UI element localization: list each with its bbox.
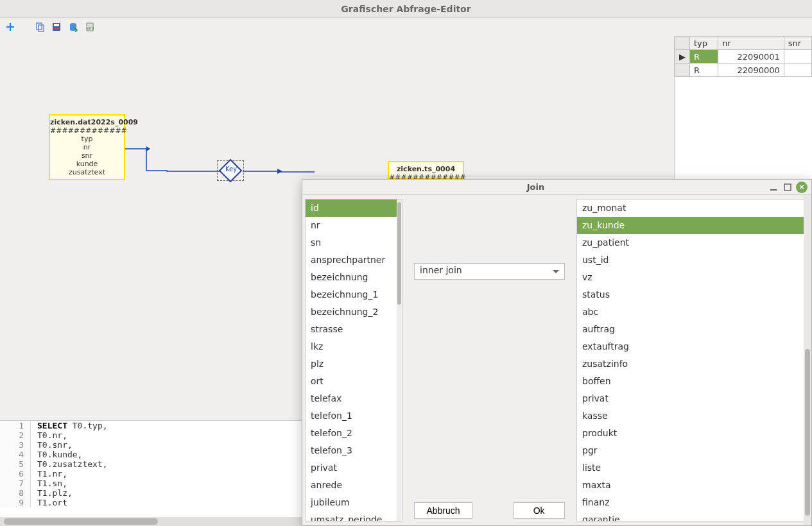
list-item[interactable]: boffen [577,373,807,390]
list-item[interactable]: sn [306,234,399,251]
scrollbar-thumb[interactable] [805,349,810,516]
export-xml-icon[interactable]: xml [83,21,96,33]
minimize-icon[interactable] [768,182,779,193]
list-item[interactable]: bezeichnung_1 [306,286,399,303]
list-item[interactable]: finanz [577,494,807,511]
cell-nr[interactable]: 22090000 [718,64,784,77]
list-item[interactable]: produkt [577,425,807,442]
list-item[interactable]: status [577,286,807,303]
col-header[interactable]: nr [718,37,784,50]
list-item[interactable]: telefon_1 [306,407,399,425]
table-row[interactable]: ▶R22090001 [675,50,812,64]
svg-rect-1 [6,26,14,28]
close-icon[interactable]: ✕ [796,182,808,193]
left-field-list[interactable]: idnrsnansprechpartnerbezeichnungbezeichn… [305,199,402,522]
cell-typ[interactable]: R [690,50,718,64]
svg-rect-6 [55,28,58,30]
cancel-button[interactable]: Abbruch [414,502,472,519]
entity-name: zicken.ts_0004 [389,165,463,173]
list-scrollbar[interactable] [397,199,402,521]
list-item[interactable]: pgr [577,442,807,459]
dialog-scrollbar[interactable] [804,195,811,525]
line-number: 6 [0,469,31,479]
list-item[interactable]: kasse [577,407,807,425]
entity-box-right[interactable]: zicken.ts_0004 ############# [388,161,464,179]
window-title: Grafischer Abfrage-Editor [341,4,471,14]
list-item[interactable]: umsatz_periode [306,511,399,521]
export-db-icon[interactable] [67,21,80,33]
sql-code[interactable]: T0.kunde, [31,450,82,459]
join-type-select[interactable]: inner join [414,263,565,280]
join-dialog: Join ✕ idnrsnansprechpartnerbezeichnungb… [302,179,812,526]
list-item[interactable]: maxta [577,477,807,494]
sql-code[interactable]: T1.sn, [31,479,67,488]
list-item[interactable]: strasse [306,321,399,338]
list-item[interactable]: nr [306,217,399,234]
list-item[interactable]: privat [306,459,399,477]
sql-code[interactable]: T0.nr, [31,430,67,440]
entity-field: zusatztext [50,168,124,176]
list-item[interactable]: abc [577,303,807,321]
list-item[interactable]: plz [306,355,399,373]
line-number: 1 [0,421,31,430]
row-pointer-header [675,37,690,50]
scrollbar-thumb[interactable] [4,518,158,525]
list-item[interactable]: telefon_3 [306,442,399,459]
list-item[interactable]: privat [577,390,807,407]
cell-snr[interactable] [784,50,811,64]
list-item[interactable]: jubileum [306,494,399,511]
cell-snr[interactable] [784,64,811,77]
line-number: 9 [0,498,31,507]
row-pointer: ▶ [675,50,690,64]
col-header[interactable]: snr [784,37,811,50]
list-item[interactable]: zu_monat [577,199,807,217]
right-field-list[interactable]: zu_monatzu_kundezu_patientust_idvzstatus… [576,199,808,522]
list-item[interactable]: vz [577,269,807,286]
dialog-titlebar[interactable]: Join ✕ [302,180,811,195]
toolbar: xml [0,18,812,36]
maximize-icon[interactable] [782,182,793,193]
list-item[interactable]: garantie [577,511,807,522]
list-item[interactable]: telefon_2 [306,425,399,442]
line-number: 4 [0,450,31,459]
list-item[interactable]: ansprechpartner [306,251,399,269]
entity-box-left[interactable]: zicken.dat2022s_0009 ############# typ n… [49,114,125,180]
cell-typ[interactable]: R [690,64,718,77]
ok-button[interactable]: Ok [514,502,565,519]
list-item[interactable]: telefax [306,390,399,407]
results-table[interactable]: typ nr snr ▶R22090001R22090000 [675,36,812,77]
sql-code[interactable]: T0.zusatztext, [31,459,108,469]
list-item[interactable]: id [306,199,399,217]
line-number: 8 [0,488,31,498]
list-item[interactable]: bezeichnung_2 [306,303,399,321]
svg-rect-15 [784,184,791,191]
list-item[interactable]: ort [306,373,399,390]
list-item[interactable]: bezeichnung [306,269,399,286]
list-item[interactable]: extauftrag [577,338,807,355]
list-item[interactable]: lkz [306,338,399,355]
list-item[interactable]: liste [577,459,807,477]
list-item[interactable]: auftrag [577,321,807,338]
copy-icon[interactable] [33,21,46,33]
scrollbar-thumb[interactable] [397,202,401,305]
sql-code[interactable]: T1.nr, [31,469,67,479]
sql-code[interactable]: T1.plz, [31,488,73,498]
cell-nr[interactable]: 22090001 [718,50,784,64]
col-header[interactable]: typ [690,37,718,50]
table-row[interactable]: R22090000 [675,64,812,77]
list-item[interactable]: ust_id [577,251,807,269]
list-item[interactable]: zusatzinfo [577,355,807,373]
line-number: 2 [0,430,31,440]
list-item[interactable]: zu_kunde [577,217,807,234]
add-icon[interactable] [4,21,17,33]
line-number: 7 [0,479,31,488]
sql-code[interactable]: T0.snr, [31,440,73,450]
entity-hash: ############# [50,126,124,135]
list-item[interactable]: zu_patient [577,234,807,251]
sql-code[interactable]: T1.ort [31,498,67,507]
save-icon[interactable] [50,21,63,33]
sql-code[interactable]: SELECT T0.typ, [31,421,108,430]
list-item[interactable]: anrede [306,477,399,494]
dialog-title: Join [306,182,765,192]
window-titlebar: Grafischer Abfrage-Editor [0,0,812,18]
